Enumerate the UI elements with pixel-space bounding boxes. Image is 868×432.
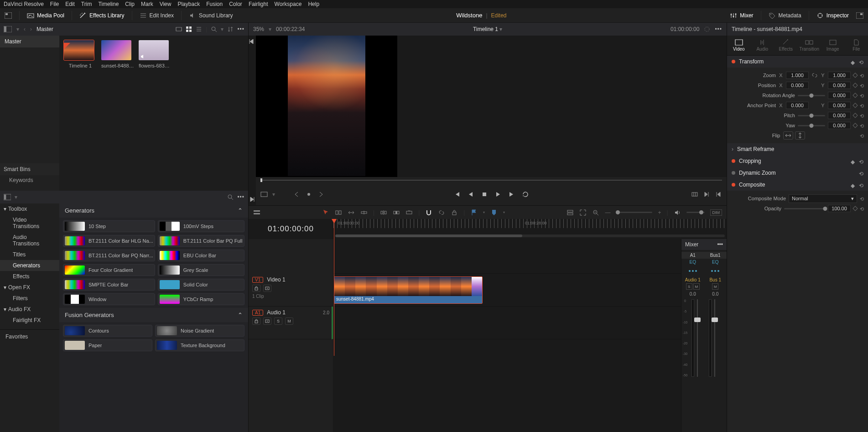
- menu-item[interactable]: File: [50, 1, 59, 7]
- video-lane[interactable]: sunset-84881.mp4: [333, 274, 681, 307]
- anchor-y-input[interactable]: 0.000: [828, 102, 851, 109]
- fx-item[interactable]: Grey Scale: [158, 264, 244, 276]
- prev-edit-icon[interactable]: [249, 38, 255, 45]
- fx-item[interactable]: BT.2111 Color Bar PQ Narr...: [63, 250, 155, 261]
- menu-item[interactable]: Timeline: [98, 1, 119, 7]
- position-y-input[interactable]: 0.000: [828, 82, 851, 89]
- fx-item[interactable]: 100mV Steps: [158, 220, 244, 232]
- fx-item[interactable]: Window: [63, 293, 155, 305]
- tab-image[interactable]: Image: [821, 36, 845, 55]
- fx-cat-audiofx[interactable]: ▾Audio FX: [0, 304, 59, 315]
- flip-h-button[interactable]: [783, 131, 793, 140]
- lock-track-button[interactable]: [252, 317, 260, 325]
- viewer-scrubber[interactable]: [256, 177, 727, 183]
- mark-in-icon[interactable]: [293, 191, 301, 198]
- more-icon[interactable]: •••: [237, 194, 244, 200]
- inspector-button[interactable]: Inspector: [816, 12, 849, 19]
- go-end-icon[interactable]: [508, 191, 515, 198]
- effects-library-button[interactable]: Effects Library: [79, 12, 124, 19]
- bin-master[interactable]: Master: [0, 36, 59, 47]
- fx-cat-fairlightfx[interactable]: Fairlight FX: [0, 315, 59, 326]
- sound-library-button[interactable]: Sound Library: [189, 12, 233, 19]
- tab-transition[interactable]: Transition: [798, 36, 821, 55]
- pitch-input[interactable]: 0.000: [828, 112, 851, 119]
- video-track-header[interactable]: V1 Video 1 1 Clip: [249, 274, 333, 307]
- fx-cat-audio-transitions[interactable]: Audio Transitions: [0, 232, 59, 249]
- more-icon[interactable]: •••: [717, 241, 723, 248]
- track-badge[interactable]: V1: [252, 277, 263, 283]
- keyframe-button[interactable]: [852, 83, 858, 88]
- fx-section-header[interactable]: Generators⌃: [59, 203, 248, 218]
- timecode[interactable]: 01:00:00:00: [670, 26, 699, 32]
- link-icon[interactable]: [811, 72, 818, 78]
- pitch-slider[interactable]: [798, 115, 825, 116]
- section-cropping[interactable]: Cropping◆⟲: [727, 155, 868, 167]
- tab-file[interactable]: File: [845, 36, 868, 55]
- mixer-channel[interactable]: Bus1 EQ Bus 1 M 0.0: [704, 250, 727, 377]
- menu-item[interactable]: Clip: [125, 1, 135, 7]
- tab-audio[interactable]: Audio: [751, 36, 774, 55]
- media-pool-button[interactable]: Media Pool: [27, 12, 64, 19]
- menu-item[interactable]: Edit: [65, 1, 75, 7]
- flip-v-button[interactable]: [795, 131, 805, 140]
- view-options-icon[interactable]: [567, 209, 574, 216]
- fx-item[interactable]: EBU Color Bar: [158, 250, 244, 261]
- metadata-button[interactable]: Metadata: [769, 12, 801, 19]
- mute-button[interactable]: M: [712, 283, 718, 290]
- rotation-input[interactable]: 0.000: [828, 92, 851, 99]
- search-icon[interactable]: [227, 194, 234, 200]
- mute-button[interactable]: M: [285, 317, 293, 325]
- menu-item[interactable]: Help: [308, 1, 319, 7]
- audio-lane[interactable]: [332, 307, 681, 339]
- fx-cat-titles[interactable]: Titles: [0, 249, 59, 260]
- fx-section-header[interactable]: Fusion Generators⌃: [59, 308, 248, 322]
- zoom-level[interactable]: 35%: [253, 26, 264, 32]
- fx-favorites[interactable]: Favorites: [0, 329, 59, 342]
- menu-item[interactable]: View: [160, 1, 172, 7]
- mixer-button[interactable]: Mixer: [730, 12, 753, 19]
- lock-track-button[interactable]: [252, 285, 260, 292]
- opacity-input[interactable]: 100.00: [828, 205, 851, 212]
- more-icon[interactable]: •••: [715, 26, 722, 32]
- dim-button[interactable]: DIM: [710, 209, 722, 216]
- composite-mode-select[interactable]: Normal▾: [789, 194, 857, 203]
- section-dynamic-zoom[interactable]: Dynamic Zoom⟲: [727, 167, 868, 179]
- fx-cat-effects[interactable]: Effects: [0, 271, 59, 282]
- yaw-input[interactable]: 0.000: [828, 122, 851, 129]
- loop-icon[interactable]: [522, 191, 529, 198]
- next-clip-icon[interactable]: [703, 191, 710, 198]
- menu-item[interactable]: Mark: [141, 1, 153, 7]
- fx-cat-video-transitions[interactable]: Video Transitions: [0, 214, 59, 232]
- viewer[interactable]: [256, 36, 397, 177]
- fx-item[interactable]: SMPTE Color Bar: [63, 279, 155, 291]
- bypass-icon[interactable]: [704, 26, 710, 32]
- lock-icon[interactable]: [451, 209, 458, 216]
- zoom-x-input[interactable]: 1.000: [786, 72, 809, 79]
- solo-button[interactable]: S: [686, 283, 692, 290]
- bin-keywords[interactable]: Keywords: [0, 175, 59, 185]
- tab-video[interactable]: Video: [727, 36, 751, 55]
- fx-item[interactable]: Four Color Gradient: [63, 264, 155, 276]
- section-smart-reframe[interactable]: ›Smart Reframe: [727, 143, 868, 155]
- sort-icon[interactable]: [227, 26, 234, 32]
- yaw-slider[interactable]: [798, 125, 825, 126]
- opacity-slider[interactable]: [784, 208, 825, 209]
- marker-icon[interactable]: [490, 209, 498, 216]
- zoom-y-input[interactable]: 1.000: [828, 72, 851, 79]
- panel-icon[interactable]: [4, 26, 12, 32]
- menu-item[interactable]: Playback: [177, 1, 200, 7]
- play-icon[interactable]: [494, 191, 502, 198]
- fx-cat-openfx[interactable]: ▾Open FX: [0, 282, 59, 293]
- thumb-timeline[interactable]: Timeline 1: [64, 40, 97, 68]
- safe-area-icon[interactable]: [260, 191, 268, 198]
- zoom-scrollbar[interactable]: [335, 234, 725, 237]
- auto-select-button[interactable]: [263, 285, 271, 292]
- edit-index-button[interactable]: Edit Index: [140, 12, 174, 19]
- mute-button[interactable]: M: [693, 283, 700, 290]
- stop-icon[interactable]: [481, 191, 488, 198]
- more-icon[interactable]: •••: [237, 26, 244, 32]
- list-view-icon[interactable]: [196, 26, 202, 32]
- layout-icon[interactable]: [5, 12, 12, 19]
- mark-dot-icon[interactable]: [305, 191, 312, 198]
- zoom-fit-icon[interactable]: [579, 209, 587, 216]
